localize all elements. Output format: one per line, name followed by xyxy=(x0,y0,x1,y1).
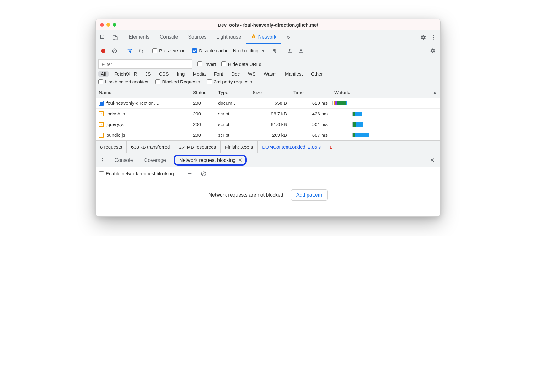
drawer-menu-icon[interactable] xyxy=(98,156,107,165)
titlebar: DevTools - foul-heavenly-direction.glitc… xyxy=(96,19,440,30)
blocked-requests-checkbox[interactable]: Blocked Requests xyxy=(155,79,200,84)
throttling-select[interactable]: No throttling ▼ xyxy=(231,48,267,53)
has-blocked-cookies-checkbox[interactable]: Has blocked cookies xyxy=(98,79,148,84)
tab-lighthouse[interactable]: Lighthouse xyxy=(212,30,246,44)
col-time[interactable]: Time xyxy=(290,87,331,98)
panel-tabs: Elements Console Sources Lighthouse Netw… xyxy=(96,30,440,44)
settings-icon[interactable] xyxy=(419,33,428,42)
col-status[interactable]: Status xyxy=(190,87,215,98)
status-bar: 8 requests 633 kB transferred 2.4 MB res… xyxy=(96,140,440,153)
request-status: 200 xyxy=(190,109,215,119)
tab-sources[interactable]: Sources xyxy=(183,30,212,44)
svg-line-9 xyxy=(142,52,143,53)
clear-icon[interactable] xyxy=(110,46,119,55)
upload-har-icon[interactable] xyxy=(285,46,294,55)
status-load: L xyxy=(325,141,337,153)
request-size: 269 kB xyxy=(249,130,290,140)
chip-ws[interactable]: WS xyxy=(245,71,258,77)
drawer-tab-coverage[interactable]: Coverage xyxy=(141,156,170,164)
status-transferred: 633 kB transferred xyxy=(127,141,174,153)
drawer-tabs: Console Coverage Network request blockin… xyxy=(96,153,440,167)
close-tab-icon[interactable]: ✕ xyxy=(238,157,242,163)
devtools-window: DevTools - foul-heavenly-direction.glitc… xyxy=(95,19,441,217)
chip-fetch[interactable]: Fetch/XHR xyxy=(112,71,140,77)
request-waterfall xyxy=(331,98,440,108)
chip-all[interactable]: All xyxy=(98,71,109,77)
type-filter-chips: All Fetch/XHR JS CSS Img Media Font Doc … xyxy=(98,71,438,77)
hide-data-urls-checkbox[interactable]: Hide data URLs xyxy=(221,61,261,67)
chip-media[interactable]: Media xyxy=(190,71,208,77)
invert-checkbox[interactable]: Invert xyxy=(197,61,216,67)
preserve-log-checkbox[interactable]: Preserve log xyxy=(152,48,185,53)
chip-img[interactable]: Img xyxy=(174,71,187,77)
chip-js[interactable]: JS xyxy=(143,71,153,77)
warning-icon xyxy=(251,34,256,40)
request-time: 687 ms xyxy=(290,130,331,140)
download-har-icon[interactable] xyxy=(297,46,305,55)
chip-font[interactable]: Font xyxy=(211,71,226,77)
close-window-button[interactable] xyxy=(100,23,104,27)
traffic-lights xyxy=(100,23,116,27)
remove-all-icon[interactable] xyxy=(199,169,208,178)
request-time: 501 ms xyxy=(290,119,331,130)
request-status: 200 xyxy=(190,98,215,108)
chip-css[interactable]: CSS xyxy=(157,71,171,77)
svg-point-5 xyxy=(433,38,434,39)
filter-bar: Invert Hide data URLs All Fetch/XHR JS C… xyxy=(96,57,440,87)
device-toolbar-icon[interactable] xyxy=(111,33,120,42)
drawer-tab-network-request-blocking[interactable]: Network request blocking ✕ xyxy=(174,155,247,166)
svg-point-4 xyxy=(433,37,434,38)
search-icon[interactable] xyxy=(137,46,146,55)
zoom-window-button[interactable] xyxy=(113,23,116,27)
enable-blocking-checkbox[interactable]: Enable network request blocking xyxy=(99,171,174,176)
request-name: bundle.js xyxy=(106,132,125,138)
svg-line-17 xyxy=(202,172,205,175)
tab-console[interactable]: Console xyxy=(155,30,183,44)
svg-point-8 xyxy=(139,49,143,52)
tab-network[interactable]: Network xyxy=(246,30,281,44)
minimize-window-button[interactable] xyxy=(106,23,110,27)
svg-point-11 xyxy=(102,158,103,159)
kebab-menu-icon[interactable] xyxy=(429,33,438,42)
inspect-element-icon[interactable] xyxy=(98,33,107,42)
drawer-tab-console[interactable]: Console xyxy=(111,156,137,164)
status-requests: 8 requests xyxy=(96,141,127,153)
filter-icon[interactable] xyxy=(126,46,134,55)
script-icon xyxy=(99,111,104,116)
table-row[interactable]: foul-heavenly-direction.…200docum…658 B6… xyxy=(96,98,440,109)
request-type: docum… xyxy=(215,98,249,108)
table-row[interactable]: jquery.js200script81.0 kB501 ms xyxy=(96,119,440,130)
table-header: Name Status Type Size Time Waterfall ▲ xyxy=(96,87,440,98)
table-row[interactable]: bundle.js200script269 kB687 ms xyxy=(96,130,440,140)
document-icon xyxy=(99,101,104,106)
request-name: foul-heavenly-direction.… xyxy=(106,100,160,106)
request-name: jquery.js xyxy=(106,122,124,127)
request-table: foul-heavenly-direction.…200docum…658 B6… xyxy=(96,98,440,140)
svg-point-12 xyxy=(102,160,103,161)
network-settings-icon[interactable] xyxy=(428,46,437,55)
chip-manifest[interactable]: Manifest xyxy=(282,71,305,77)
request-waterfall xyxy=(331,109,440,119)
third-party-checkbox[interactable]: 3rd-party requests xyxy=(207,79,252,84)
add-pattern-button[interactable]: Add pattern xyxy=(291,189,328,201)
col-type[interactable]: Type xyxy=(215,87,249,98)
add-pattern-icon[interactable] xyxy=(185,169,194,178)
table-row[interactable]: lodash.js200script96.7 kB436 ms xyxy=(96,109,440,119)
network-conditions-icon[interactable] xyxy=(270,46,279,55)
disable-cache-checkbox[interactable]: Disable cache xyxy=(192,48,228,53)
tab-elements[interactable]: Elements xyxy=(124,30,155,44)
record-button[interactable] xyxy=(99,46,108,55)
col-waterfall[interactable]: Waterfall ▲ xyxy=(331,87,440,98)
col-size[interactable]: Size xyxy=(249,87,290,98)
more-tabs-button[interactable]: » xyxy=(281,30,295,44)
close-drawer-icon[interactable]: ✕ xyxy=(430,157,435,163)
chip-doc[interactable]: Doc xyxy=(229,71,242,77)
request-name: lodash.js xyxy=(106,111,125,116)
col-name[interactable]: Name xyxy=(96,87,190,98)
chip-wasm[interactable]: Wasm xyxy=(261,71,279,77)
chip-other[interactable]: Other xyxy=(308,71,325,77)
status-resources: 2.4 MB resources xyxy=(174,141,221,153)
filter-input[interactable] xyxy=(98,59,192,69)
request-waterfall xyxy=(331,130,440,140)
blocking-toolbar: Enable network request blocking xyxy=(96,167,440,180)
